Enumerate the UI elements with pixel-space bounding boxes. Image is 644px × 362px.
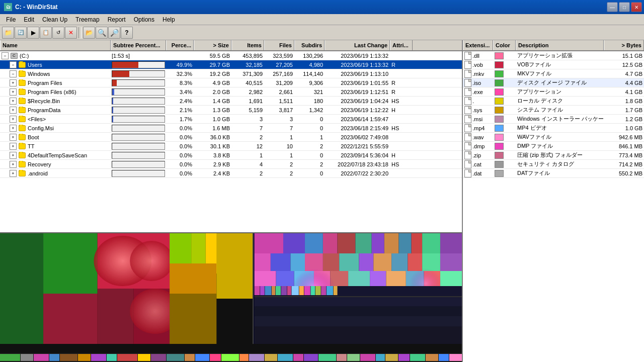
ext-label: .mkv (472, 71, 484, 77)
ext-row[interactable]: .vobVOBファイル12.5 GB (463, 60, 644, 69)
table-row[interactable]: −C(C:)[1:53 s]59.5 GB453,895323,599130,2… (0, 51, 462, 60)
expand-icon[interactable]: − (2, 52, 9, 59)
files-cell: 27,205 (264, 62, 294, 68)
attrib-cell: HS (390, 125, 413, 131)
expand-icon[interactable]: + (10, 88, 17, 96)
expand-icon[interactable]: + (10, 107, 17, 114)
table-row[interactable]: +.android0.0%2.4 KB2202022/07/22 2:30:20 (0, 169, 462, 178)
ext-row[interactable]: .dllアプリケーション拡張15.1 GB (463, 51, 644, 60)
ext-row[interactable]: .wavWAVファイル942.6 MB (463, 133, 644, 142)
menu-edit[interactable]: Edit (20, 15, 38, 24)
toolbar-help[interactable]: ? (121, 27, 133, 39)
menu-treemap[interactable]: Treemap (71, 15, 104, 24)
svg-rect-47 (370, 271, 386, 286)
menu-report[interactable]: Report (104, 15, 130, 24)
svg-rect-6 (98, 289, 134, 344)
ext-row[interactable]: .msiWindows インストーラー パッケー...1.2 GB (463, 115, 644, 124)
ext-row[interactable]: .mkvMKVファイル4.7 GB (463, 69, 644, 78)
minimize-button[interactable]: — (607, 2, 618, 12)
subdirs-cell: 130,296 (294, 53, 325, 59)
ext-desc-cell: ローカル ディスク (516, 97, 604, 105)
col-header-size[interactable]: > Size (194, 40, 231, 50)
toolbar-refresh[interactable]: ↺ (52, 27, 64, 39)
ext-col-header-color[interactable]: Color (493, 40, 516, 50)
subdirs-cell: 180 (294, 98, 325, 104)
expand-icon[interactable]: − (10, 70, 17, 77)
ext-row[interactable]: .catセキュリティ カタログ714.2 MB (463, 160, 644, 169)
subdirs-cell: 114,140 (294, 71, 325, 77)
col-header-perc[interactable]: Perce... (166, 40, 194, 50)
table-row[interactable]: +Boot0.0%36.0 KB2112023/06/02 7:49:08 (0, 133, 462, 142)
toolbar-scan[interactable]: 🔄 (15, 27, 27, 39)
expand-icon[interactable]: + (10, 79, 17, 86)
menu-help[interactable]: Help (158, 15, 179, 24)
menu-options[interactable]: Options (130, 15, 158, 24)
col-header-items[interactable]: Items (231, 40, 264, 50)
menu-cleanup[interactable]: Clean Up (38, 15, 71, 24)
ext-bytes-cell: 1.2 GB (604, 116, 644, 122)
table-row[interactable]: +ProgramData2.1%1.3 GB5,1593,8171,342202… (0, 106, 462, 115)
ext-row[interactable]: .zip圧縮 (zip 形式) フォルダー773.4 MB (463, 151, 644, 160)
toolbar-folder[interactable]: 📂 (83, 27, 95, 39)
col-header-subtree[interactable]: Subtree Percent... (111, 40, 166, 50)
ext-label: .sys (472, 107, 482, 113)
table-row[interactable]: +Config.Msi0.0%1.6 MB7702023/06/18 2:15:… (0, 124, 462, 133)
ext-desc-cell: MKVファイル (516, 70, 604, 77)
expand-icon[interactable]: + (10, 134, 17, 141)
ext-col-header-ext[interactable]: Extensi... (463, 40, 493, 50)
perc-cell: 1.7% (166, 116, 194, 122)
col-header-lastchange[interactable]: Last Change (325, 40, 390, 50)
toolbar-zoom-out[interactable]: 🔎 (108, 27, 120, 39)
table-row[interactable]: +4DefaultTempSaveScan0.0%3.8 KB1102023/0… (0, 151, 462, 160)
svg-rect-88 (167, 354, 184, 361)
ext-row[interactable]: .sysシステム ファイル1.7 GB (463, 106, 644, 115)
toolbar-open[interactable]: 📁 (2, 27, 14, 39)
ext-row[interactable]: .isoディスク イメージ ファイル4.4 GB (463, 78, 644, 87)
menu-file[interactable]: File (2, 15, 20, 24)
table-row[interactable]: +Recovery0.0%2.9 KB4222022/07/18 23:43:1… (0, 160, 462, 169)
subtree-bar (112, 107, 113, 113)
ext-col-header-desc[interactable]: Description (516, 40, 604, 50)
expand-icon[interactable]: + (10, 161, 17, 168)
table-row[interactable]: −Users49.9%29.7 GB32,18527,2054,9802023/… (0, 60, 462, 69)
ext-col-header-bytes[interactable]: > Bytes (604, 40, 644, 50)
expand-icon[interactable]: + (10, 152, 17, 159)
expand-icon[interactable]: + (10, 143, 17, 150)
table-row[interactable]: +$Recycle.Bin2.4%1.4 GB1,6911,5111802023… (0, 97, 462, 106)
col-header-attrib[interactable]: Attri... (390, 40, 413, 50)
perc-cell: 2.4% (166, 98, 194, 104)
col-header-subdirs[interactable]: Subdirs (294, 40, 325, 50)
treemap-area[interactable] (0, 232, 462, 353)
svg-rect-28 (440, 233, 462, 253)
table-row[interactable]: +Program Files8.3%4.9 GB40,51531,2099,30… (0, 78, 462, 87)
ext-file-icon (464, 151, 471, 159)
expand-icon[interactable]: + (10, 116, 17, 123)
subtree-bar (112, 71, 129, 77)
toolbar-zoom-in[interactable]: 🔍 (96, 27, 108, 39)
color-swatch (495, 161, 504, 168)
ext-row[interactable]: .datDATファイル550.2 MB (463, 169, 644, 178)
table-row[interactable]: +<Files>1.7%1.0 GB3302023/06/14 1:59:47 (0, 115, 462, 124)
table-row[interactable]: −Windows32.3%19.2 GB371,309257,169114,14… (0, 69, 462, 78)
maximize-button[interactable]: □ (619, 2, 630, 12)
expand-icon[interactable]: + (10, 98, 17, 105)
ext-row[interactable]: .exeアプリケーション4.1 GB (463, 87, 644, 97)
ext-row[interactable]: .ローカル ディスク1.8 GB (463, 97, 644, 106)
col-header-files[interactable]: Files (264, 40, 294, 50)
expand-icon[interactable]: − (10, 61, 17, 68)
expand-icon[interactable]: + (10, 125, 17, 132)
items-cell: 453,895 (231, 53, 264, 59)
ext-row[interactable]: .mp4MP4 ビデオ1.0 GB (463, 124, 644, 133)
toolbar-run[interactable]: ▶ (27, 27, 39, 39)
table-row[interactable]: +Program Files (x86)3.4%2.0 GB2,9822,661… (0, 87, 462, 97)
toolbar-copy[interactable]: 📋 (40, 27, 52, 39)
ext-color-cell (493, 134, 516, 141)
close-button[interactable]: ✕ (631, 2, 642, 12)
ext-bytes-cell: 4.1 GB (604, 89, 644, 95)
ext-row[interactable]: .dmpDMP ファイル846.1 MB (463, 142, 644, 151)
table-row[interactable]: +TT0.0%30.1 KB121022022/12/21 5:55:59 (0, 142, 462, 151)
toolbar-stop[interactable]: ✕ (65, 27, 77, 39)
col-header-name[interactable]: Name (0, 40, 111, 50)
expand-icon[interactable]: + (10, 170, 17, 177)
svg-rect-0 (0, 233, 43, 344)
